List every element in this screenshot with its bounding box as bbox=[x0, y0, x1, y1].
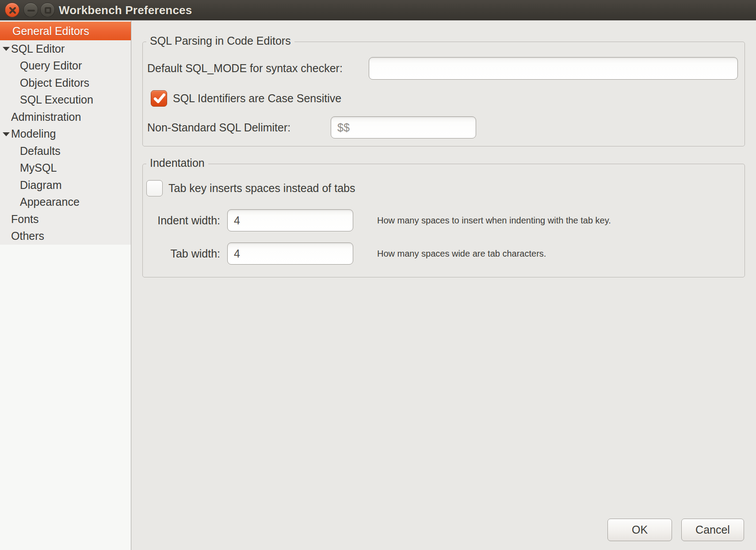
sidebar-item-label: Query Editor bbox=[20, 59, 82, 72]
indent-width-label: Indent width: bbox=[143, 209, 220, 231]
sidebar-item-label: SQL Execution bbox=[20, 93, 93, 106]
minimize-button[interactable] bbox=[23, 3, 38, 17]
indent-width-hint: How many spaces to insert when indenting… bbox=[377, 209, 611, 231]
tab-width-hint: How many spaces wide are tab characters. bbox=[377, 242, 546, 265]
sidebar-item-general-editors[interactable]: General Editors bbox=[0, 22, 131, 40]
sidebar-item-label: Object Editors bbox=[20, 77, 89, 89]
groupbox-title: SQL Parsing in Code Editors bbox=[146, 35, 294, 47]
sidebar-item-object-editors[interactable]: Object Editors bbox=[0, 74, 131, 92]
sidebar-item-fonts[interactable]: Fonts bbox=[0, 211, 131, 228]
sidebar-item-administration[interactable]: Administration bbox=[0, 108, 131, 126]
tab-width-input[interactable] bbox=[227, 242, 353, 265]
tab-width-label: Tab width: bbox=[143, 242, 220, 265]
titlebar: Workbench Preferences bbox=[0, 0, 756, 20]
sql-mode-input[interactable] bbox=[369, 57, 738, 80]
expander-arrow-icon[interactable] bbox=[3, 132, 10, 136]
sidebar-item-sql-execution[interactable]: SQL Execution bbox=[0, 92, 131, 109]
maximize-button[interactable] bbox=[40, 3, 55, 17]
sidebar-item-appearance[interactable]: Appearance bbox=[0, 194, 131, 211]
sql-parsing-groupbox: SQL Parsing in Code Editors Default SQL_… bbox=[142, 42, 745, 146]
tab-inserts-spaces-checkbox[interactable] bbox=[146, 180, 163, 196]
delimiter-label: Non-Standard SQL Delimiter: bbox=[147, 116, 290, 138]
ok-button[interactable]: OK bbox=[607, 519, 672, 541]
sidebar-item-query-editor[interactable]: Query Editor bbox=[0, 58, 131, 75]
sidebar-item-label: SQL Editor bbox=[11, 42, 65, 55]
sidebar-item-label: Appearance bbox=[20, 196, 80, 208]
cancel-button[interactable]: Cancel bbox=[681, 519, 744, 541]
sidebar-item-label: General Editors bbox=[12, 25, 89, 38]
sql-mode-label: Default SQL_MODE for syntax checker: bbox=[147, 57, 343, 80]
sidebar-item-label: Fonts bbox=[11, 213, 39, 226]
sidebar-item-label: Modeling bbox=[11, 127, 56, 140]
sidebar-item-label: MySQL bbox=[20, 162, 57, 174]
expander-arrow-icon[interactable] bbox=[3, 47, 10, 51]
sidebar-item-defaults[interactable]: Defaults bbox=[0, 142, 131, 160]
indent-width-input[interactable] bbox=[227, 209, 353, 231]
sidebar-item-sql-editor[interactable]: SQL Editor bbox=[0, 40, 131, 58]
window-title: Workbench Preferences bbox=[59, 0, 192, 20]
preferences-sidebar: General Editors SQL Editor Query Editor … bbox=[0, 21, 131, 550]
case-sensitive-checkbox[interactable] bbox=[151, 90, 167, 107]
sidebar-item-label: Others bbox=[11, 230, 44, 242]
sidebar-item-modeling[interactable]: Modeling bbox=[0, 126, 131, 143]
delimiter-input[interactable] bbox=[331, 116, 476, 138]
sidebar-item-others[interactable]: Others bbox=[0, 228, 131, 245]
sidebar-item-label: Diagram bbox=[20, 179, 61, 192]
tab-inserts-spaces-label: Tab key inserts spaces instead of tabs bbox=[168, 180, 355, 196]
close-button[interactable] bbox=[5, 3, 19, 17]
indentation-groupbox: Indentation Tab key inserts spaces inste… bbox=[142, 164, 745, 277]
sidebar-item-label: Defaults bbox=[20, 145, 61, 158]
sidebar-list: General Editors SQL Editor Query Editor … bbox=[0, 21, 131, 245]
sidebar-item-mysql[interactable]: MySQL bbox=[0, 160, 131, 177]
sidebar-item-label: Administration bbox=[11, 111, 81, 123]
case-sensitive-label: SQL Identifiers are Case Sensitive bbox=[173, 90, 341, 107]
sidebar-item-diagram[interactable]: Diagram bbox=[0, 177, 131, 194]
groupbox-title: Indentation bbox=[146, 157, 208, 169]
